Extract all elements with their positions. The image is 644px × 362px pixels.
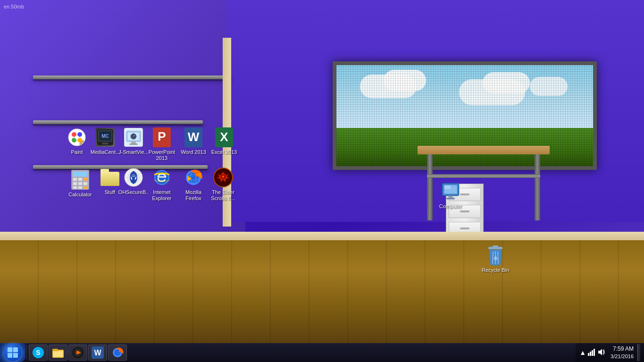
svg-rect-71	[13, 347, 18, 352]
icon-firefox[interactable]: Mozilla Firefox	[177, 168, 210, 202]
icon-excel-label: Excel 2013	[210, 149, 238, 156]
icon-firefox-label: Mozilla Firefox	[177, 189, 210, 202]
word-icon-img: W	[184, 127, 202, 147]
svg-rect-32	[78, 182, 82, 185]
svg-text:MC: MC	[101, 134, 109, 139]
icon-elderscrolls-label: The Elder Scrolls II...	[207, 189, 240, 202]
tray-volume[interactable]	[597, 348, 605, 357]
svg-rect-11	[102, 143, 109, 144]
svg-rect-77	[52, 349, 58, 351]
svg-rect-35	[78, 186, 82, 189]
svg-rect-36	[84, 186, 87, 189]
svg-rect-78	[53, 351, 63, 357]
smartview-icon-img	[124, 128, 143, 147]
svg-rect-65	[493, 245, 498, 248]
svg-rect-41	[100, 169, 109, 174]
icon-word-label: Word 2013	[180, 149, 207, 156]
floor	[0, 239, 644, 343]
taskbar-mediaplayer[interactable]	[68, 345, 87, 361]
icon-paint-label: Paint	[70, 149, 84, 156]
svg-rect-28	[73, 178, 77, 181]
tray-icons: ▲	[579, 348, 605, 357]
icon-word[interactable]: W Word 2013	[177, 127, 210, 156]
system-tray: ▲ 7:59 AM 3/21	[576, 343, 644, 362]
icon-powerpoint[interactable]: P PowerPoint 2013	[145, 127, 178, 162]
svg-rect-27	[73, 172, 87, 177]
icon-ppt-label: PowerPoint 2013	[145, 149, 178, 162]
svg-rect-72	[8, 353, 12, 358]
icon-recyclebin-label: Recycle Bin	[481, 267, 510, 274]
svg-rect-31	[73, 182, 77, 185]
media-icon: MC	[96, 128, 115, 147]
svg-text:S: S	[36, 349, 40, 356]
svg-rect-70	[8, 347, 12, 352]
svg-rect-88	[590, 352, 591, 356]
icon-ie[interactable]: Internet Explorer	[145, 168, 178, 202]
clock-time: 7:59 AM	[613, 345, 634, 353]
icon-elderscrolls[interactable]: The Elder Scrolls II...	[207, 168, 240, 202]
svg-point-58	[223, 176, 224, 177]
icon-computer[interactable]: Computer	[434, 182, 467, 210]
svg-point-5	[75, 135, 79, 139]
svg-rect-19	[129, 143, 138, 145]
svg-text:P: P	[158, 129, 166, 143]
start-orb	[4, 344, 21, 361]
desktop-title: en.50mb	[4, 4, 24, 9]
svg-rect-18	[131, 142, 136, 143]
taskbar-pinned-items: S W	[28, 343, 128, 362]
svg-rect-29	[78, 178, 82, 181]
tray-network[interactable]	[588, 348, 595, 357]
icon-smartview-label: J-SmartVie...	[117, 149, 149, 156]
svg-rect-87	[588, 353, 589, 356]
svg-rect-61	[444, 185, 451, 189]
svg-rect-33	[84, 182, 87, 185]
svg-rect-62	[448, 195, 452, 198]
svg-point-17	[134, 135, 135, 136]
clock-date: 3/21/2016	[611, 353, 634, 360]
elder-icon-img	[213, 168, 233, 187]
taskbar: S W	[0, 343, 644, 362]
taskbar-word[interactable]: W	[88, 345, 107, 361]
start-button[interactable]	[0, 343, 25, 362]
icon-recyclebin[interactable]: ♻ Recycle Bin	[479, 245, 512, 274]
svg-line-68	[498, 252, 498, 264]
svg-text:W: W	[94, 349, 101, 357]
icon-calculator-label: Calculator	[67, 191, 93, 198]
svg-point-46	[128, 172, 139, 183]
svg-text:♻: ♻	[493, 256, 498, 261]
tray-expand[interactable]: ▲	[579, 349, 586, 356]
svg-text:X: X	[220, 130, 228, 144]
icon-stuff-label: Stuff	[104, 189, 116, 196]
icon-computer-label: Computer	[438, 203, 463, 210]
desktop: en.50mb Paint	[0, 0, 644, 343]
show-desktop-button[interactable]	[637, 344, 640, 361]
icon-calculator[interactable]: Calculator	[64, 170, 97, 198]
svg-marker-91	[598, 349, 602, 355]
svg-rect-73	[13, 353, 18, 358]
icon-excel[interactable]: X Excel 2013	[208, 127, 241, 156]
svg-rect-34	[73, 186, 77, 189]
excel-icon-img: X	[215, 127, 233, 147]
taskbar-skype[interactable]: S	[29, 345, 48, 361]
taskbar-explorer[interactable]	[49, 345, 67, 361]
svg-text:W: W	[188, 130, 200, 144]
shelf-top	[33, 76, 231, 79]
shelf-mid	[33, 120, 203, 124]
clock[interactable]: 7:59 AM 3/21/2016	[609, 345, 636, 360]
svg-rect-30	[84, 178, 87, 181]
ppt-icon-img: P	[153, 127, 171, 147]
taskbar-start-divider	[26, 345, 27, 360]
svg-rect-89	[592, 350, 593, 356]
baseboard	[0, 232, 644, 240]
svg-rect-90	[594, 349, 595, 356]
taskbar-firefox[interactable]	[108, 345, 127, 361]
icon-ie-label: Internet Explorer	[145, 189, 178, 202]
svg-rect-63	[446, 198, 455, 200]
icon-mediacenter-label: MediaCent...	[90, 149, 121, 156]
